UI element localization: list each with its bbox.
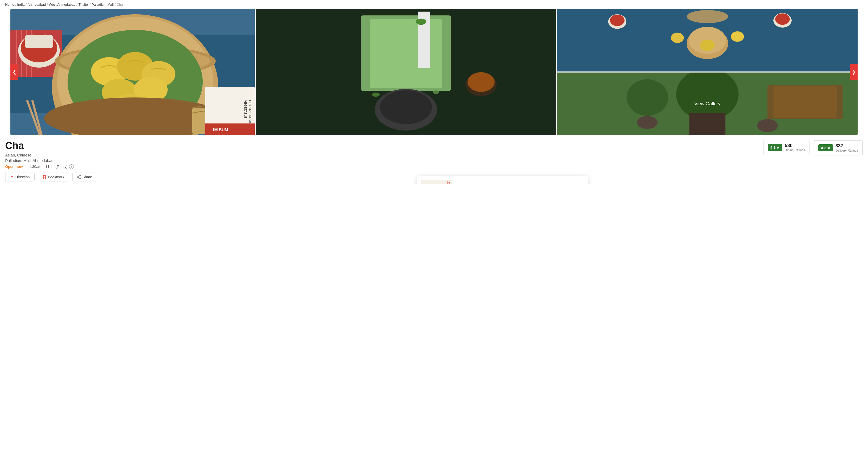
share-label: Share xyxy=(82,175,92,179)
gallery-next-button[interactable]: ❯ xyxy=(850,64,858,80)
restaurant-timings: Open now - 11:30am – 11pm (Today) i xyxy=(5,164,97,169)
direction-label: Direction xyxy=(16,175,30,179)
svg-point-35 xyxy=(700,39,715,51)
direction-icon xyxy=(10,175,14,179)
food-popup-card: Tuna Sashimi [3 Pieces] ₹660 Fresh, Raw … xyxy=(417,176,588,184)
restaurant-name: Cha xyxy=(5,140,97,151)
svg-point-33 xyxy=(671,32,684,43)
food-popup-image xyxy=(421,180,452,184)
breadcrumb-current: Cha xyxy=(117,3,123,6)
svg-point-53 xyxy=(416,19,426,25)
svg-point-56 xyxy=(372,93,380,97)
view-gallery-label: View Gallery xyxy=(694,101,721,106)
svg-point-37 xyxy=(610,14,624,26)
breadcrumb-west-ahmedabad[interactable]: West Ahmedabad xyxy=(49,3,75,6)
delivery-rating-value: 4.2 xyxy=(821,146,827,150)
bookmark-label: Bookmark xyxy=(48,175,64,179)
restaurant-open-status: Open now xyxy=(5,164,23,169)
non-veg-icon xyxy=(447,181,451,184)
svg-point-39 xyxy=(775,13,790,25)
dining-rating-count: 530 xyxy=(785,143,805,148)
delivery-rating-info: 337 Delivery Ratings xyxy=(836,143,858,152)
svg-rect-9 xyxy=(25,35,53,48)
svg-point-57 xyxy=(433,90,439,94)
bookmark-button[interactable]: Bookmark xyxy=(38,173,69,181)
gallery-prev-button[interactable]: ❮ xyxy=(10,64,18,80)
breadcrumb-india[interactable]: India xyxy=(17,3,24,6)
breadcrumb-home[interactable]: Home xyxy=(5,3,14,6)
delivery-rating-star: ★ xyxy=(828,146,830,150)
dining-rating-box: 4.1 ★ 530 Dining Ratings xyxy=(763,140,809,155)
svg-point-62 xyxy=(80,178,81,179)
bookmark-icon xyxy=(42,175,46,179)
svg-point-59 xyxy=(467,72,495,92)
delivery-rating-label: Delivery Ratings xyxy=(836,149,858,152)
delivery-rating-badge: 4.2 ★ xyxy=(818,144,833,151)
breadcrumb-thaltej[interactable]: Thaltej xyxy=(79,3,89,6)
action-buttons: Direction Bookmark xyxy=(5,173,97,181)
breadcrumb-palladium[interactable]: Palladium Mall xyxy=(92,3,114,6)
direction-button[interactable]: Direction xyxy=(5,173,35,181)
dining-rating-badge: 4.1 ★ xyxy=(768,144,782,151)
dining-rating-star: ★ xyxy=(777,146,780,149)
view-gallery-overlay[interactable]: View Gallery xyxy=(557,72,858,135)
dining-rating-value: 4.1 xyxy=(770,145,776,150)
svg-point-34 xyxy=(731,31,744,42)
gallery: VEGETABLE CRYSTAL DUMPLING IM SUM xyxy=(10,9,858,135)
gallery-view-gallery[interactable]: View Gallery xyxy=(557,72,858,135)
svg-point-55 xyxy=(380,90,432,124)
dining-rating-info: 530 Dining Ratings xyxy=(785,143,805,152)
share-icon xyxy=(77,175,81,179)
svg-text:VEGETABLE: VEGETABLE xyxy=(244,100,247,118)
restaurant-hours: 11:30am – 11pm (Today) xyxy=(27,164,68,169)
info-icon[interactable]: i xyxy=(69,164,74,169)
svg-text:IM SUM: IM SUM xyxy=(213,128,228,132)
gallery-image-2 xyxy=(557,9,858,71)
svg-point-60 xyxy=(80,175,81,176)
restaurant-location: Palladium Mall, Ahmedabad xyxy=(5,158,97,163)
restaurant-details: Cha Asian, Chinese Palladium Mall, Ahmed… xyxy=(5,140,97,181)
svg-rect-51 xyxy=(370,19,442,88)
ratings-section: 4.1 ★ 530 Dining Ratings 4.2 ★ 337 xyxy=(763,140,863,155)
delivery-rating-box: 4.2 ★ 337 Delivery Ratings xyxy=(814,140,863,155)
share-button[interactable]: Share xyxy=(72,173,97,181)
breadcrumb: Home / India / Ahmedabad / West Ahmedaba… xyxy=(0,0,868,9)
gallery-main-image: VEGETABLE CRYSTAL DUMPLING IM SUM xyxy=(10,9,255,135)
delivery-rating-count: 337 xyxy=(836,143,858,149)
breadcrumb-ahmedabad[interactable]: Ahmedabad xyxy=(28,3,46,6)
svg-point-61 xyxy=(78,177,79,178)
svg-point-40 xyxy=(687,10,728,23)
svg-rect-28 xyxy=(205,123,255,135)
dining-rating-label: Dining Ratings xyxy=(785,148,805,152)
gallery-image-4 xyxy=(256,9,556,135)
restaurant-cuisine: Asian, Chinese xyxy=(5,153,97,157)
